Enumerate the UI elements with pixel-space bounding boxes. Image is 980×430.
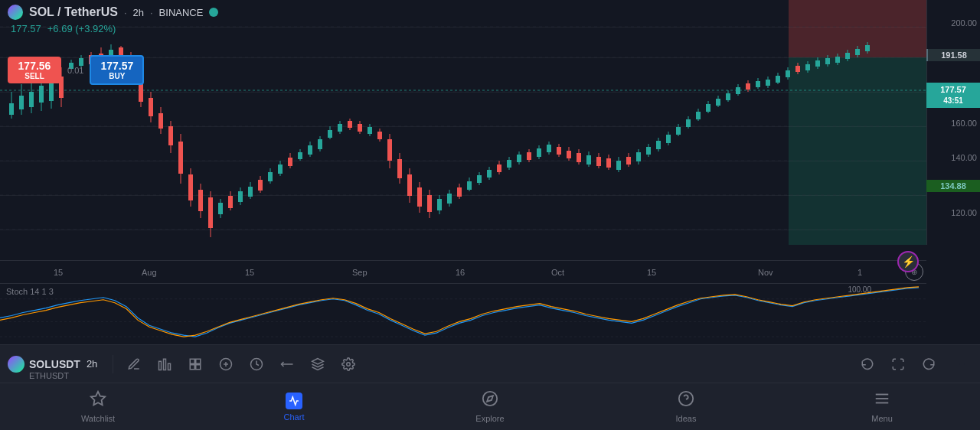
svg-rect-52 (218, 203, 223, 214)
buy-label: BUY (100, 72, 133, 80)
svg-rect-38 (149, 98, 153, 116)
svg-rect-146 (686, 119, 691, 127)
svg-rect-187 (164, 359, 166, 370)
svg-rect-58 (248, 187, 253, 197)
toolbar-divider (113, 355, 113, 373)
svg-rect-60 (258, 180, 263, 191)
exchange-label: BINANCE (159, 7, 204, 18)
layers-button[interactable] (305, 351, 331, 377)
sell-button[interactable]: 177.56 SELL (8, 57, 61, 83)
current-price-value: 177.57 (928, 84, 978, 96)
svg-rect-86 (387, 139, 392, 161)
time-oct: Oct (551, 268, 564, 277)
svg-rect-172 (815, 60, 820, 67)
nav-ideas[interactable]: Ideas (588, 384, 784, 429)
svg-rect-102 (467, 181, 472, 190)
nav-menu[interactable]: Menu (784, 384, 980, 429)
sol-icon (8, 5, 23, 20)
indicators-button[interactable] (182, 351, 208, 377)
svg-rect-100 (457, 187, 462, 197)
bottom-nav: Watchlist Chart Explore (0, 383, 980, 430)
current-price: 177.57 (11, 23, 41, 34)
svg-rect-72 (318, 139, 322, 149)
svg-rect-156 (736, 87, 740, 94)
svg-rect-92 (417, 187, 422, 207)
svg-rect-166 (786, 70, 790, 77)
svg-rect-124 (577, 153, 581, 162)
price-200: 200.00 (951, 18, 977, 28)
svg-rect-136 (636, 152, 641, 161)
time-15-jul: 15 (54, 268, 63, 277)
svg-rect-142 (666, 135, 671, 143)
time-axis: 15 Aug 15 Sep 16 Oct 15 Nov 1 ⊕ (0, 260, 926, 283)
svg-point-199 (347, 362, 351, 366)
svg-rect-14 (29, 92, 34, 107)
svg-rect-106 (487, 170, 492, 178)
buy-price: 177.57 (100, 60, 133, 72)
svg-rect-178 (845, 53, 850, 59)
stoch-label: Stoch 14 1 3 (6, 287, 54, 296)
sub-symbol: ETHUSDT (29, 371, 69, 380)
chart-type-button[interactable] (152, 351, 178, 377)
svg-rect-152 (716, 99, 720, 106)
replay-button[interactable] (274, 351, 300, 377)
redo-button[interactable] (916, 351, 942, 377)
svg-rect-134 (626, 157, 631, 165)
svg-rect-140 (656, 141, 661, 149)
ideas-icon (678, 390, 694, 411)
svg-rect-188 (168, 363, 171, 370)
svg-rect-36 (139, 83, 143, 102)
draw-tool-button[interactable] (121, 351, 147, 377)
svg-rect-189 (191, 359, 195, 363)
stoch-100: 100.00 (848, 285, 871, 294)
svg-rect-108 (497, 165, 501, 172)
time-15-aug: 15 (245, 268, 254, 277)
svg-rect-168 (795, 66, 800, 72)
flash-icon[interactable]: ⚡ (897, 251, 919, 272)
undo-button[interactable] (854, 351, 880, 377)
more-button[interactable] (946, 351, 972, 377)
sell-label: SELL (17, 72, 52, 80)
svg-rect-64 (278, 165, 283, 174)
sol-logo-icon (8, 356, 24, 373)
svg-marker-198 (312, 358, 324, 364)
svg-rect-138 (646, 147, 651, 155)
svg-rect-192 (196, 364, 201, 369)
stoch-indicator: Stoch 14 1 3 100.00 (0, 283, 926, 344)
svg-rect-12 (19, 96, 24, 109)
exchange-dot (209, 8, 218, 17)
alert-button[interactable] (243, 351, 270, 377)
nav-watchlist[interactable]: Watchlist (0, 384, 196, 429)
svg-rect-176 (835, 57, 840, 63)
price-160: 160.00 (951, 119, 977, 128)
price-120: 120.00 (951, 208, 977, 217)
chart-settings-button[interactable] (335, 351, 361, 377)
svg-rect-148 (696, 112, 701, 119)
chart-header: SOL / TetherUS · 2h · BINANCE 177.57 +6.… (0, 0, 926, 52)
svg-rect-62 (268, 172, 273, 181)
nav-chart[interactable]: Chart (196, 386, 392, 428)
svg-rect-90 (407, 174, 412, 196)
svg-rect-160 (756, 81, 760, 87)
menu-label: Menu (871, 414, 893, 423)
chart-container: SOL / TetherUS · 2h · BINANCE 177.57 +6.… (0, 0, 980, 344)
svg-rect-42 (168, 126, 173, 145)
svg-rect-40 (158, 113, 163, 129)
watchlist-label: Watchlist (81, 414, 115, 423)
svg-rect-130 (606, 158, 611, 168)
price-140: 140.00 (951, 153, 977, 162)
add-button[interactable] (213, 351, 239, 377)
svg-rect-126 (586, 155, 591, 165)
svg-rect-82 (368, 127, 372, 134)
svg-rect-132 (616, 161, 621, 170)
menu-icon (874, 390, 890, 411)
explore-icon (482, 390, 498, 411)
fullscreen-button[interactable] (885, 351, 911, 377)
explore-label: Explore (475, 414, 504, 423)
svg-rect-116 (537, 148, 541, 157)
svg-rect-191 (191, 364, 195, 369)
nav-explore[interactable]: Explore (392, 384, 588, 429)
svg-rect-150 (706, 104, 710, 112)
buy-button[interactable]: 177.57 BUY (90, 55, 144, 85)
svg-rect-122 (567, 151, 571, 158)
